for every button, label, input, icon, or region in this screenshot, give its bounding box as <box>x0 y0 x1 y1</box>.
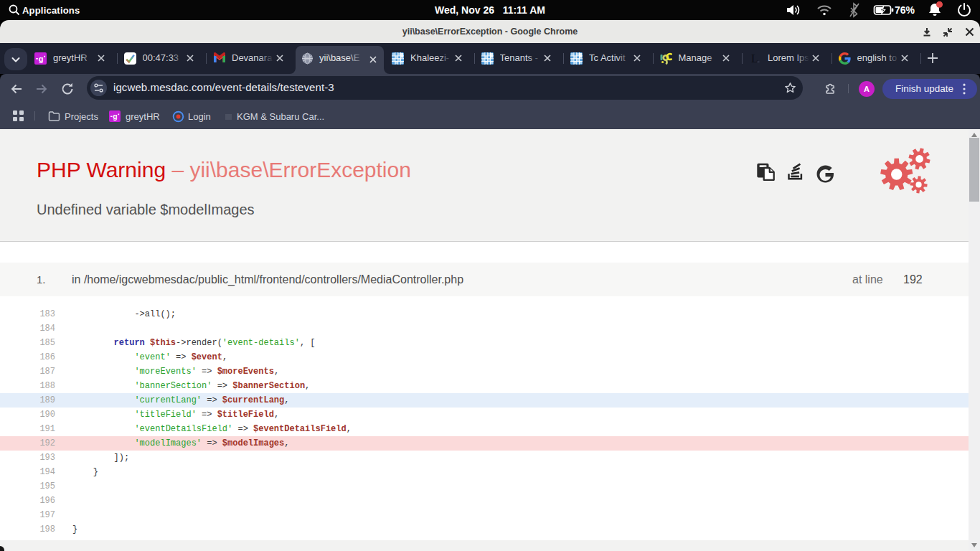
svg-text:L: L <box>751 52 758 65</box>
svg-text:g: g <box>113 113 117 121</box>
svg-text:g: g <box>39 55 44 63</box>
